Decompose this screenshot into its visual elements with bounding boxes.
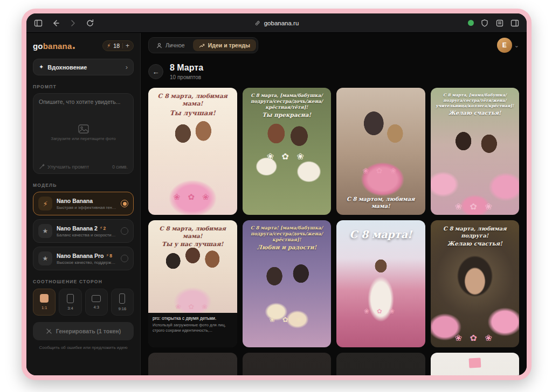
trending-up-icon — [199, 43, 205, 48]
image-icon — [78, 124, 89, 134]
prompt-input-panel[interactable]: Опишите, что хотите увидеть... Загрузите… — [33, 93, 134, 174]
chevron-right-icon: › — [126, 64, 128, 71]
link-icon — [254, 20, 261, 26]
collection-title: 8 Марта — [170, 63, 203, 73]
generate-button[interactable]: Генерировать (1 токен) — [33, 322, 134, 340]
card-caption: С 8 марта, [мама/бабушка/подруга/сестра/… — [434, 93, 516, 116]
prompt-card-5[interactable]: С 8 марта, любимая мама! Ты у нас лучшая… — [148, 220, 237, 347]
flowers-decoration: ❀ ✿ ❀ — [336, 307, 425, 315]
sidebar: gobanana ⚡ 18 + ✦ Вдохновение › ПРОМПТ — [26, 33, 141, 375]
card-caption: С 8 марта, [мама/бабушка/подруга/сестра/… — [246, 93, 328, 119]
token-cost-badge: ⚡2 — [100, 226, 106, 231]
divider — [122, 43, 123, 48]
wand-icon — [39, 164, 45, 170]
radio-icon[interactable] — [121, 227, 128, 235]
inspiration-label: Вдохновение — [47, 64, 87, 71]
feedback-link[interactable]: Сообщить об ошибке или предложить идею — [33, 345, 134, 350]
flowers-decoration: ❀ ✿ ❀ — [148, 303, 237, 311]
logo-dot — [73, 47, 75, 49]
model-option-nano-banana-2[interactable]: ★ Nano Banana 2 ⚡2 Баланс качества и ско… — [33, 219, 134, 243]
chevron-down-icon: ⌄ — [514, 42, 519, 49]
upload-dropzone[interactable]: Загрузите или перетащите фото — [33, 105, 133, 160]
shield-icon[interactable] — [480, 19, 489, 27]
browser-toolbar: gobanana.ru — [26, 13, 527, 33]
prompt-card-4[interactable]: С 8 марта, [мама/бабушка/подруга/сестра/… — [431, 88, 520, 215]
forward-icon[interactable] — [68, 19, 77, 27]
collection-back-button[interactable]: ← — [148, 64, 163, 79]
prompt-card-grid: С 8 марта, любимая мама! Ты лучшая! ❀ ✿ … — [148, 88, 519, 375]
aspect-ratio-3-4[interactable]: 3:4 — [59, 289, 81, 316]
prompt-card-8[interactable]: С 8 марта, любимая подруга! Желаю счасть… — [431, 220, 520, 347]
prompt-card-1[interactable]: С 8 марта, любимая мама! Ты лучшая! ❀ ✿ … — [148, 88, 237, 215]
aspect-ratio-4-3[interactable]: 4:3 — [85, 289, 108, 316]
portrait-shape-icon — [67, 294, 74, 303]
model-name: Nano Banana Pro — [57, 253, 104, 259]
card-caption: С 8 марта, любимая мама! Ты у нас лучшая… — [152, 225, 233, 249]
inspiration-button[interactable]: ✦ Вдохновение › — [33, 59, 134, 75]
flowers-decoration: ❀ ✿ ❀ — [148, 192, 237, 202]
back-icon[interactable] — [51, 19, 60, 27]
browser-window-frame: gobanana.ru gobanana — [22, 9, 532, 380]
prompt-card-partial[interactable] — [243, 353, 332, 375]
sparkles-icon: ✦ — [39, 64, 44, 71]
status-dot-icon[interactable] — [468, 20, 474, 26]
extensions-icon[interactable] — [495, 19, 504, 27]
prompt-card-partial[interactable] — [336, 353, 425, 375]
radio-selected-icon[interactable] — [121, 200, 128, 207]
prompt-card-partial[interactable] — [431, 353, 520, 375]
prompt-card-3[interactable]: С 8 мартом, любимая мама! ❀ ✿ ❀ — [336, 88, 425, 215]
radio-icon[interactable] — [121, 255, 128, 262]
card-caption: С 8 марта, любимая подруга! Желаю счасть… — [434, 225, 516, 248]
view-tabs: Личное Идеи и тренды — [148, 37, 258, 53]
card-prompt-preview: pro: открытка с двумя детьми. Используй … — [148, 313, 237, 347]
model-option-nano-banana[interactable]: ⚡ Nano Banana Быстрая и эффективная гене… — [33, 192, 134, 215]
model-name: Nano Banana 2 — [57, 225, 98, 232]
sticky-note-decoration — [468, 358, 481, 368]
sidebar-right-toggle-icon[interactable] — [510, 19, 519, 27]
prompt-card-6[interactable]: С 8 марта! [мама/бабушка/подруга/сестра/… — [243, 220, 332, 347]
add-tokens-button[interactable]: + — [126, 43, 129, 49]
flowers-decoration: ❀ ✿ ❀ — [431, 333, 520, 343]
token-balance[interactable]: ⚡ 18 + — [102, 40, 134, 51]
model-section-label: МОДЕЛЬ — [33, 183, 134, 188]
aspect-ratio-section-label: СООТНОШЕНИЕ СТОРОН — [33, 279, 134, 284]
tab-personal[interactable]: Личное — [150, 39, 191, 51]
model-option-nano-banana-pro[interactable]: ★ Nano Banana Pro ⚡8 Высокое качество, п… — [33, 247, 134, 270]
token-count: 18 — [113, 43, 120, 49]
char-counter: 0 симв. — [112, 164, 128, 170]
app-logo[interactable]: gobanana — [33, 41, 75, 51]
address-bar[interactable]: gobanana.ru — [254, 20, 299, 26]
avatar[interactable]: E — [497, 38, 512, 53]
star-icon: ★ — [38, 251, 52, 265]
aspect-ratio-9-16[interactable]: 9:16 — [111, 289, 134, 316]
reload-icon[interactable] — [86, 19, 94, 27]
aspect-ratio-1-1[interactable]: 1:1 — [33, 289, 56, 316]
prompt-card-2[interactable]: С 8 марта, [мама/бабушка/подруга/сестра/… — [243, 88, 332, 215]
flowers-decoration: ❀ ✿ ❀ — [431, 201, 520, 212]
tab-ideas-trends[interactable]: Идеи и тренды — [193, 39, 256, 51]
model-description: Быстрая и эффективная генерация — [57, 205, 116, 210]
card-caption: С 8 марта! [мама/бабушка/подруга/сестра/… — [246, 225, 328, 251]
square-shape-icon — [40, 294, 49, 303]
model-description: Высокое качество, поддержка 2K/4K — [57, 260, 116, 265]
lightning-icon: ⚡ — [107, 43, 111, 48]
upload-hint: Загрузите или перетащите фото — [51, 136, 115, 141]
prompt-card-7[interactable]: С 8 марта! ❀ ✿ ❀ — [336, 220, 425, 347]
account-menu[interactable]: E ⌄ — [497, 38, 519, 53]
prompt-section-label: ПРОМПТ — [33, 84, 134, 89]
tall-shape-icon — [119, 293, 125, 304]
landscape-shape-icon — [92, 295, 101, 302]
sidebar-toggle-icon[interactable] — [34, 19, 43, 27]
card-caption: С 8 марта, любимая мама! Ты лучшая! — [152, 93, 233, 117]
star-icon: ★ — [38, 224, 52, 238]
card-caption: С 8 марта! — [340, 228, 422, 241]
main-content: Личное Идеи и тренды E ⌄ ← — [141, 33, 527, 375]
prompt-card-partial[interactable] — [148, 353, 237, 375]
card-art: С 8 марта, любимая мама! Ты у нас лучшая… — [148, 220, 237, 313]
lightning-icon: ⚡ — [38, 197, 52, 211]
person-icon — [156, 43, 162, 48]
wand-slash-icon — [46, 328, 52, 334]
model-name: Nano Banana — [57, 198, 116, 204]
improve-prompt-button[interactable]: Улучшить промпт — [47, 164, 89, 170]
prompt-placeholder[interactable]: Опишите, что хотите увидеть... — [33, 94, 133, 105]
